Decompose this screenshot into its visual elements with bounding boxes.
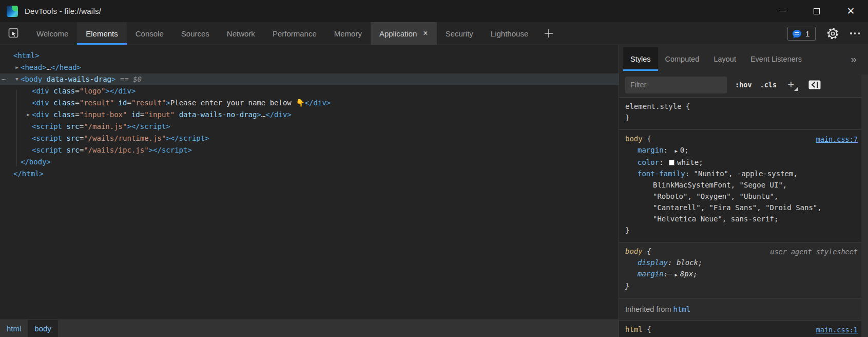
style-rule: body {user agent stylesheetdisplay: bloc… <box>619 242 868 298</box>
style-rule: body {main.css:7margin: ▶0;color: white;… <box>619 130 868 242</box>
more-tools-button[interactable] <box>537 22 561 45</box>
tree-row[interactable]: <script src="/wails/runtime.js"></script… <box>0 133 619 144</box>
row-actions-icon[interactable]: ⋯ <box>2 73 6 85</box>
dot-icon <box>854 32 856 34</box>
property-name[interactable]: font-family <box>638 170 685 178</box>
issues-counter-button[interactable]: 1 <box>787 27 816 41</box>
inherited-node-link[interactable]: html <box>673 305 690 313</box>
styles-rules-list: element.style {}body {main.css:7margin: … <box>619 98 868 337</box>
expanded-arrow-icon[interactable]: ▼ <box>13 73 21 85</box>
toggle-computed-sidebar-button[interactable] <box>808 80 821 89</box>
property-name[interactable]: margin <box>638 270 664 278</box>
tree-row[interactable]: <script src="/main.js"></script> <box>0 121 619 133</box>
sidebar-tab-computed[interactable]: Computed <box>658 47 707 71</box>
tab-label: Performance <box>273 29 317 38</box>
open-brace: { <box>682 102 690 110</box>
property-value[interactable]: white <box>677 158 699 166</box>
open-brace: { <box>643 247 651 255</box>
property-name[interactable]: margin <box>638 146 664 154</box>
tab-elements[interactable]: Elements <box>77 22 127 45</box>
property-value[interactable]: 8px <box>680 270 693 278</box>
tab-security[interactable]: Security <box>437 22 482 45</box>
code-line: </html> <box>0 170 44 178</box>
maximize-button[interactable] <box>799 0 834 22</box>
tab-close-icon[interactable]: × <box>423 29 428 38</box>
code-segment: = <box>75 110 79 119</box>
code-segment: id <box>114 99 127 107</box>
property-value[interactable]: block <box>677 258 698 267</box>
code-segment: data-wails-drag <box>42 75 111 83</box>
style-filter-input[interactable] <box>625 77 727 93</box>
tree-row[interactable]: </html> <box>0 168 619 180</box>
code-segment: "logo" <box>80 87 106 95</box>
toggle-hover-state-button[interactable]: :hov <box>735 81 752 89</box>
tab-performance[interactable]: Performance <box>264 22 325 45</box>
css-property[interactable]: margin: ▶8px; <box>625 268 827 280</box>
code-segment: class <box>49 99 75 107</box>
stylesheet-source-link[interactable]: main.css:7 <box>816 135 858 143</box>
sidebar-tab-event-listeners[interactable]: Event Listeners <box>743 47 809 71</box>
css-property[interactable]: background-color: rgba(33, 37, 43, 1); <box>625 335 827 337</box>
settings-button[interactable] <box>826 27 840 41</box>
tab-lighthouse[interactable]: Lighthouse <box>482 22 537 45</box>
toggle-classes-button[interactable]: .cls <box>760 81 777 89</box>
collapsed-arrow-icon[interactable]: ▶ <box>13 62 21 73</box>
inspect-element-button[interactable] <box>0 22 28 45</box>
tab-console[interactable]: Console <box>127 22 172 45</box>
tree-row[interactable]: <html> <box>0 50 619 62</box>
tab-application[interactable]: Application× <box>371 22 437 45</box>
tab-network[interactable]: Network <box>218 22 264 45</box>
code-line: <div class="logo"></div> <box>0 87 136 95</box>
breadcrumb: htmlbody <box>0 320 619 337</box>
property-value[interactable]: 0 <box>680 146 684 154</box>
customize-devtools-button[interactable] <box>850 32 860 34</box>
sidebar-tab-styles[interactable]: Styles <box>623 47 658 71</box>
code-line: <body data-wails-drag> == $0 <box>0 75 142 83</box>
tab-welcome[interactable]: Welcome <box>28 22 77 45</box>
stylesheet-source-link[interactable]: main.css:1 <box>816 326 858 334</box>
rule-selector[interactable]: html <box>625 325 643 333</box>
property-name[interactable]: color <box>638 158 659 166</box>
tree-row[interactable]: <div class="result" id="result">Please e… <box>0 97 619 109</box>
styles-scrollbar[interactable] <box>861 74 868 337</box>
expand-shorthand-icon[interactable]: ▶ <box>674 145 677 157</box>
minimize-button[interactable] <box>765 0 799 22</box>
color-swatch[interactable] <box>669 160 674 165</box>
toolbar-right-group: 1 <box>787 22 868 45</box>
breadcrumb-item-body[interactable]: body <box>28 320 58 337</box>
tree-row[interactable]: <script src="/wails/ipc.js"></script> <box>0 144 619 156</box>
new-style-rule-button[interactable]: + <box>785 79 797 91</box>
tab-memory[interactable]: Memory <box>325 22 371 45</box>
code-segment: > <box>166 99 170 107</box>
breadcrumb-item-html[interactable]: html <box>0 320 28 337</box>
code-segment: = <box>75 87 79 95</box>
tree-row[interactable]: <div class="logo"></div> <box>0 85 619 97</box>
css-property[interactable]: font-family: "Nunito", -apple-system, Bl… <box>625 168 827 224</box>
property-text: display: block; <box>638 258 702 267</box>
code-line: <html> <box>0 51 40 60</box>
rule-selector[interactable]: body <box>625 247 643 255</box>
code-line: </body> <box>0 158 51 166</box>
expand-shorthand-icon[interactable]: ▶ <box>674 269 677 280</box>
tree-row[interactable]: </body> <box>0 156 619 168</box>
tab-label: Sources <box>181 29 209 38</box>
sidebar-tab-layout[interactable]: Layout <box>706 47 743 71</box>
code-segment: "result" <box>80 99 114 107</box>
tree-row[interactable]: ▶<div class="input-box" id="input" data-… <box>0 109 619 121</box>
css-property[interactable]: color: white; <box>625 157 827 168</box>
title-bar: DevTools - file://wails/ ✕ <box>0 0 868 22</box>
code-segment: <script <box>32 146 62 154</box>
more-panels-chevron[interactable]: » <box>851 53 857 65</box>
tree-row[interactable]: ⋯▼<body data-wails-drag> == $0 <box>0 73 619 85</box>
property-name[interactable]: display <box>638 258 668 267</box>
css-property[interactable]: margin: ▶0; <box>625 144 827 157</box>
rule-selector[interactable]: element.style <box>625 102 682 110</box>
close-button[interactable]: ✕ <box>834 0 868 22</box>
css-property[interactable]: display: block; <box>625 257 827 268</box>
tab-sources[interactable]: Sources <box>172 22 218 45</box>
code-segment: </div> <box>265 110 292 119</box>
tree-row[interactable]: ▶<head>…</head> <box>0 62 619 73</box>
rule-selector[interactable]: body <box>625 135 643 143</box>
rule-origin: user agent stylesheet <box>770 246 858 257</box>
collapsed-arrow-icon[interactable]: ▶ <box>25 109 32 121</box>
